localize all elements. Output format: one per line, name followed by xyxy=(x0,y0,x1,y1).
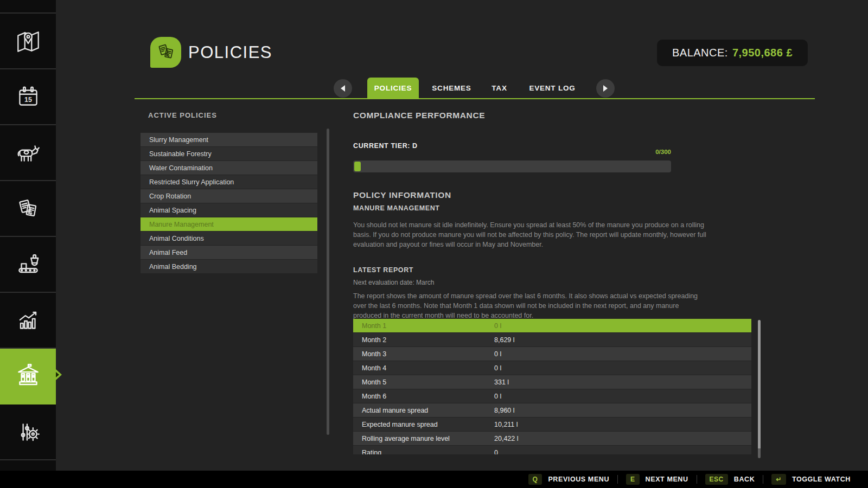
report-row[interactable]: Expected manure spread 10,211 l xyxy=(353,418,751,431)
report-row[interactable]: Month 2 8,629 l xyxy=(353,333,751,346)
sidebar-item-settings[interactable] xyxy=(0,404,56,460)
policy-list-item-selected[interactable]: Manure Management xyxy=(141,217,317,231)
report-row[interactable]: Rolling average manure level 20,422 l xyxy=(353,432,751,445)
tabs-prev-button[interactable] xyxy=(334,79,352,98)
policy-list-item[interactable]: Restricted Slurry Application xyxy=(141,175,317,189)
report-row-value: 0 l xyxy=(494,393,501,400)
policy-list-item[interactable]: Crop Rotation xyxy=(141,189,317,203)
tab-schemes[interactable]: SCHEMES xyxy=(429,78,475,99)
policy-list-item[interactable]: Animal Feed xyxy=(141,246,317,259)
report-row-label: Month 6 xyxy=(353,393,494,400)
chevron-left-icon xyxy=(341,85,345,92)
hint-label: TOGGLE WATCH xyxy=(792,476,851,483)
sidebar-item-map[interactable] xyxy=(0,14,56,69)
active-policies-title: ACTIVE POLICIES xyxy=(148,111,217,119)
documents-icon xyxy=(154,41,178,65)
chevron-right-icon xyxy=(603,85,608,92)
hint-divider xyxy=(617,475,618,484)
policy-description: You should not let manure sit idle indef… xyxy=(353,221,711,249)
report-row-value: 331 l xyxy=(494,378,509,386)
production-icon xyxy=(14,251,42,279)
policy-name: MANURE MANAGEMENT xyxy=(353,204,440,212)
statistics-icon xyxy=(14,307,42,335)
sidebar-item-finances-active[interactable] xyxy=(0,349,56,404)
sidebar-item-animals[interactable] xyxy=(0,125,56,181)
sidebar-item-calendar[interactable]: 15 xyxy=(0,69,56,125)
report-row-value: 0 l xyxy=(494,350,501,358)
tabs-underline xyxy=(135,98,815,99)
policies-screen: 15 xyxy=(0,0,868,488)
policy-list-item[interactable]: Animal Bedding xyxy=(141,260,317,273)
report-row-value: 8,629 l xyxy=(494,336,515,344)
policies-app-icon xyxy=(150,37,181,68)
report-row[interactable]: Rating 0 xyxy=(353,446,751,454)
report-row-value: 0 l xyxy=(494,364,501,372)
report-row-label: Month 5 xyxy=(353,378,494,386)
sidebar: 15 xyxy=(0,0,56,471)
compliance-progress-bar xyxy=(353,160,671,172)
report-row[interactable]: Month 6 0 l xyxy=(353,389,751,403)
page-title: POLICIES xyxy=(188,43,272,62)
hint-toggle-watch: ↵ TOGGLE WATCH xyxy=(771,474,851,485)
report-row-label: Month 4 xyxy=(353,364,494,372)
bank-icon xyxy=(14,363,42,391)
latest-report-table: Month 1 0 l Month 2 8,629 l Month 3 0 l … xyxy=(353,319,751,454)
balance-display: BALANCE: 7,950,686 £ xyxy=(657,40,808,66)
tab-event-log[interactable]: EVENT LOG xyxy=(525,78,579,99)
enter-key-icon: ↵ xyxy=(771,474,786,485)
key-e: E xyxy=(626,474,640,485)
report-row[interactable]: Month 5 331 l xyxy=(353,375,751,389)
policy-list-item[interactable]: Water Contamination xyxy=(141,161,317,175)
calendar-icon: 15 xyxy=(14,84,42,112)
report-row-label: Month 3 xyxy=(353,350,494,358)
policy-information-title: POLICY INFORMATION xyxy=(353,190,451,200)
report-row[interactable]: Month 4 0 l xyxy=(353,361,751,375)
hint-next-menu: E NEXT MENU xyxy=(626,474,688,485)
sidebar-item-statistics[interactable] xyxy=(0,293,56,349)
report-row-value: 0 l xyxy=(494,322,501,330)
settings-sliders-icon xyxy=(14,419,42,447)
report-description: The report shows the amount of manure sp… xyxy=(353,292,709,320)
policy-list-item[interactable]: Animal Conditions xyxy=(141,232,317,245)
contracts-icon xyxy=(14,195,42,223)
report-row-label: Month 2 xyxy=(353,336,494,344)
hint-divider xyxy=(697,475,697,484)
hint-previous-menu: Q PREVIOUS MENU xyxy=(528,474,610,485)
hint-back: ESC BACK xyxy=(705,474,755,485)
report-row-value: 0 xyxy=(494,449,498,455)
tab-policies[interactable]: POLICIES xyxy=(367,78,419,99)
tabs-next-button[interactable] xyxy=(596,79,615,98)
report-row-label: Rating xyxy=(353,449,494,455)
report-row-value: 10,211 l xyxy=(494,421,518,428)
cow-icon xyxy=(14,139,42,168)
latest-report-title: LATEST REPORT xyxy=(353,266,413,274)
report-row-label: Rolling average manure level xyxy=(353,435,494,442)
footer-hints-bar: Q PREVIOUS MENU E NEXT MENU ESC BACK ↵ T… xyxy=(0,471,868,488)
policy-list-item[interactable]: Slurry Management xyxy=(141,133,317,146)
next-evaluation-date: Next evaluation date: March xyxy=(353,279,434,286)
active-tab-marker-arrow xyxy=(56,372,59,377)
report-row-value: 20,422 l xyxy=(494,435,518,442)
compliance-title: COMPLIANCE PERFORMANCE xyxy=(353,111,485,120)
sidebar-item-production[interactable] xyxy=(0,237,56,293)
active-policies-list: Slurry Management Sustainable Forestry W… xyxy=(141,133,317,274)
policy-list-scrollbar[interactable] xyxy=(327,129,329,435)
hint-label: NEXT MENU xyxy=(646,476,688,483)
balance-label: BALANCE: xyxy=(672,47,728,59)
hint-divider xyxy=(763,475,763,484)
balance-value: 7,950,686 £ xyxy=(732,47,793,59)
current-tier-label: CURRENT TIER: D xyxy=(353,142,418,150)
report-row-label: Expected manure spread xyxy=(353,421,494,428)
tab-tax[interactable]: TAX xyxy=(487,78,512,99)
report-row-selected[interactable]: Month 1 0 l xyxy=(353,319,751,332)
hint-label: PREVIOUS MENU xyxy=(548,476,609,483)
policy-list-item[interactable]: Sustainable Forestry xyxy=(141,147,317,160)
hint-label: BACK xyxy=(734,476,755,483)
report-table-scrollbar[interactable] xyxy=(758,320,761,458)
report-row[interactable]: Actual manure spread 8,960 l xyxy=(353,403,751,417)
report-row[interactable]: Month 3 0 l xyxy=(353,347,751,361)
sidebar-item-contracts[interactable] xyxy=(0,181,56,237)
key-q: Q xyxy=(528,474,542,485)
policy-list-item[interactable]: Animal Spacing xyxy=(141,203,317,217)
svg-text:15: 15 xyxy=(24,96,32,104)
